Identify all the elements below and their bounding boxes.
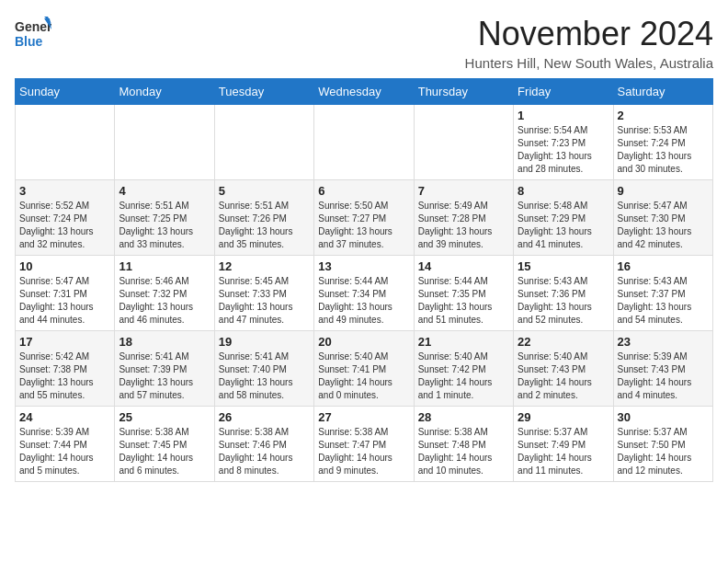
calendar-cell: 30Sunrise: 5:37 AMSunset: 7:50 PMDayligh… bbox=[613, 407, 712, 482]
calendar-cell: 20Sunrise: 5:40 AMSunset: 7:41 PMDayligh… bbox=[314, 331, 414, 407]
header: General Blue November 2024 Hunters Hill,… bbox=[15, 15, 713, 71]
weekday-header-friday: Friday bbox=[514, 79, 613, 105]
day-number: 28 bbox=[418, 410, 509, 424]
day-info: Sunrise: 5:43 AMSunset: 7:37 PMDaylight:… bbox=[618, 275, 709, 327]
weekday-header-monday: Monday bbox=[115, 79, 214, 105]
weekday-header-row: SundayMondayTuesdayWednesdayThursdayFrid… bbox=[16, 79, 713, 105]
day-number: 6 bbox=[318, 184, 409, 198]
weekday-header-saturday: Saturday bbox=[613, 79, 712, 105]
day-info: Sunrise: 5:54 AMSunset: 7:23 PMDaylight:… bbox=[518, 124, 609, 176]
day-info: Sunrise: 5:44 AMSunset: 7:35 PMDaylight:… bbox=[418, 275, 509, 327]
weekday-header-tuesday: Tuesday bbox=[214, 79, 313, 105]
calendar-table: SundayMondayTuesdayWednesdayThursdayFrid… bbox=[15, 78, 713, 482]
day-number: 20 bbox=[318, 335, 409, 349]
day-number: 10 bbox=[19, 259, 110, 273]
day-info: Sunrise: 5:43 AMSunset: 7:36 PMDaylight:… bbox=[518, 275, 609, 327]
calendar-cell: 13Sunrise: 5:44 AMSunset: 7:34 PMDayligh… bbox=[314, 256, 414, 331]
day-info: Sunrise: 5:47 AMSunset: 7:31 PMDaylight:… bbox=[19, 275, 110, 327]
day-number: 19 bbox=[219, 335, 310, 349]
day-info: Sunrise: 5:39 AMSunset: 7:44 PMDaylight:… bbox=[19, 426, 110, 477]
weekday-header-sunday: Sunday bbox=[16, 79, 115, 105]
calendar-cell: 14Sunrise: 5:44 AMSunset: 7:35 PMDayligh… bbox=[414, 256, 513, 331]
day-info: Sunrise: 5:44 AMSunset: 7:34 PMDaylight:… bbox=[318, 275, 409, 327]
calendar-cell: 3Sunrise: 5:52 AMSunset: 7:24 PMDaylight… bbox=[16, 180, 115, 256]
calendar-cell: 12Sunrise: 5:45 AMSunset: 7:33 PMDayligh… bbox=[214, 256, 313, 331]
calendar-cell bbox=[115, 105, 214, 180]
calendar-cell: 21Sunrise: 5:40 AMSunset: 7:42 PMDayligh… bbox=[414, 331, 513, 407]
calendar-cell: 6Sunrise: 5:50 AMSunset: 7:27 PMDaylight… bbox=[314, 180, 414, 256]
calendar-cell: 11Sunrise: 5:46 AMSunset: 7:32 PMDayligh… bbox=[115, 256, 214, 331]
day-info: Sunrise: 5:52 AMSunset: 7:24 PMDaylight:… bbox=[19, 200, 110, 251]
logo-icon: General Blue bbox=[15, 15, 51, 52]
calendar-cell bbox=[414, 105, 513, 180]
calendar-cell: 28Sunrise: 5:38 AMSunset: 7:48 PMDayligh… bbox=[414, 407, 513, 482]
calendar-cell: 1Sunrise: 5:54 AMSunset: 7:23 PMDaylight… bbox=[514, 105, 613, 180]
day-info: Sunrise: 5:45 AMSunset: 7:33 PMDaylight:… bbox=[219, 275, 310, 327]
svg-text:General: General bbox=[15, 19, 51, 34]
calendar-cell: 22Sunrise: 5:40 AMSunset: 7:43 PMDayligh… bbox=[514, 331, 613, 407]
day-number: 3 bbox=[19, 184, 110, 198]
day-number: 16 bbox=[618, 259, 709, 273]
day-info: Sunrise: 5:42 AMSunset: 7:38 PMDaylight:… bbox=[19, 350, 110, 402]
day-info: Sunrise: 5:50 AMSunset: 7:27 PMDaylight:… bbox=[318, 200, 409, 251]
day-number: 15 bbox=[518, 259, 609, 273]
calendar-cell: 26Sunrise: 5:38 AMSunset: 7:46 PMDayligh… bbox=[214, 407, 313, 482]
calendar-cell: 7Sunrise: 5:49 AMSunset: 7:28 PMDaylight… bbox=[414, 180, 513, 256]
day-number: 17 bbox=[19, 335, 110, 349]
day-number: 22 bbox=[518, 335, 609, 349]
location-title: Hunters Hill, New South Wales, Australia bbox=[465, 55, 713, 71]
day-number: 27 bbox=[318, 410, 409, 424]
calendar-cell bbox=[214, 105, 313, 180]
day-info: Sunrise: 5:51 AMSunset: 7:25 PMDaylight:… bbox=[119, 200, 210, 251]
day-number: 5 bbox=[219, 184, 310, 198]
weekday-header-thursday: Thursday bbox=[414, 79, 513, 105]
calendar-cell: 25Sunrise: 5:38 AMSunset: 7:45 PMDayligh… bbox=[115, 407, 214, 482]
day-info: Sunrise: 5:39 AMSunset: 7:43 PMDaylight:… bbox=[618, 350, 709, 402]
calendar-cell: 29Sunrise: 5:37 AMSunset: 7:49 PMDayligh… bbox=[514, 407, 613, 482]
day-number: 23 bbox=[618, 335, 709, 349]
calendar-cell: 4Sunrise: 5:51 AMSunset: 7:25 PMDaylight… bbox=[115, 180, 214, 256]
week-row-5: 24Sunrise: 5:39 AMSunset: 7:44 PMDayligh… bbox=[16, 407, 713, 482]
calendar-cell: 10Sunrise: 5:47 AMSunset: 7:31 PMDayligh… bbox=[16, 256, 115, 331]
day-info: Sunrise: 5:48 AMSunset: 7:29 PMDaylight:… bbox=[518, 200, 609, 251]
day-number: 9 bbox=[618, 184, 709, 198]
day-info: Sunrise: 5:53 AMSunset: 7:24 PMDaylight:… bbox=[618, 124, 709, 176]
calendar-cell bbox=[314, 105, 414, 180]
day-number: 30 bbox=[618, 410, 709, 424]
calendar-cell: 5Sunrise: 5:51 AMSunset: 7:26 PMDaylight… bbox=[214, 180, 313, 256]
calendar-cell: 2Sunrise: 5:53 AMSunset: 7:24 PMDaylight… bbox=[613, 105, 712, 180]
week-row-1: 1Sunrise: 5:54 AMSunset: 7:23 PMDaylight… bbox=[16, 105, 713, 180]
day-number: 18 bbox=[119, 335, 210, 349]
day-info: Sunrise: 5:40 AMSunset: 7:42 PMDaylight:… bbox=[418, 350, 509, 402]
day-number: 21 bbox=[418, 335, 509, 349]
day-info: Sunrise: 5:38 AMSunset: 7:47 PMDaylight:… bbox=[318, 426, 409, 477]
day-info: Sunrise: 5:51 AMSunset: 7:26 PMDaylight:… bbox=[219, 200, 310, 251]
day-info: Sunrise: 5:38 AMSunset: 7:45 PMDaylight:… bbox=[119, 426, 210, 477]
day-info: Sunrise: 5:47 AMSunset: 7:30 PMDaylight:… bbox=[618, 200, 709, 251]
day-info: Sunrise: 5:38 AMSunset: 7:48 PMDaylight:… bbox=[418, 426, 509, 477]
day-info: Sunrise: 5:46 AMSunset: 7:32 PMDaylight:… bbox=[119, 275, 210, 327]
calendar-cell: 23Sunrise: 5:39 AMSunset: 7:43 PMDayligh… bbox=[613, 331, 712, 407]
day-number: 8 bbox=[518, 184, 609, 198]
day-info: Sunrise: 5:37 AMSunset: 7:49 PMDaylight:… bbox=[518, 426, 609, 477]
calendar-cell: 8Sunrise: 5:48 AMSunset: 7:29 PMDaylight… bbox=[514, 180, 613, 256]
calendar-cell: 27Sunrise: 5:38 AMSunset: 7:47 PMDayligh… bbox=[314, 407, 414, 482]
week-row-3: 10Sunrise: 5:47 AMSunset: 7:31 PMDayligh… bbox=[16, 256, 713, 331]
title-area: November 2024 Hunters Hill, New South Wa… bbox=[465, 15, 713, 71]
day-number: 11 bbox=[119, 259, 210, 273]
day-info: Sunrise: 5:41 AMSunset: 7:40 PMDaylight:… bbox=[219, 350, 310, 402]
week-row-4: 17Sunrise: 5:42 AMSunset: 7:38 PMDayligh… bbox=[16, 331, 713, 407]
day-info: Sunrise: 5:41 AMSunset: 7:39 PMDaylight:… bbox=[119, 350, 210, 402]
day-info: Sunrise: 5:40 AMSunset: 7:41 PMDaylight:… bbox=[318, 350, 409, 402]
logo: General Blue bbox=[15, 15, 55, 52]
weekday-header-wednesday: Wednesday bbox=[314, 79, 414, 105]
day-number: 2 bbox=[618, 109, 709, 122]
day-number: 12 bbox=[219, 259, 310, 273]
week-row-2: 3Sunrise: 5:52 AMSunset: 7:24 PMDaylight… bbox=[16, 180, 713, 256]
calendar-cell bbox=[16, 105, 115, 180]
day-info: Sunrise: 5:38 AMSunset: 7:46 PMDaylight:… bbox=[219, 426, 310, 477]
calendar-cell: 15Sunrise: 5:43 AMSunset: 7:36 PMDayligh… bbox=[514, 256, 613, 331]
day-number: 24 bbox=[19, 410, 110, 424]
calendar-cell: 9Sunrise: 5:47 AMSunset: 7:30 PMDaylight… bbox=[613, 180, 712, 256]
day-info: Sunrise: 5:37 AMSunset: 7:50 PMDaylight:… bbox=[618, 426, 709, 477]
